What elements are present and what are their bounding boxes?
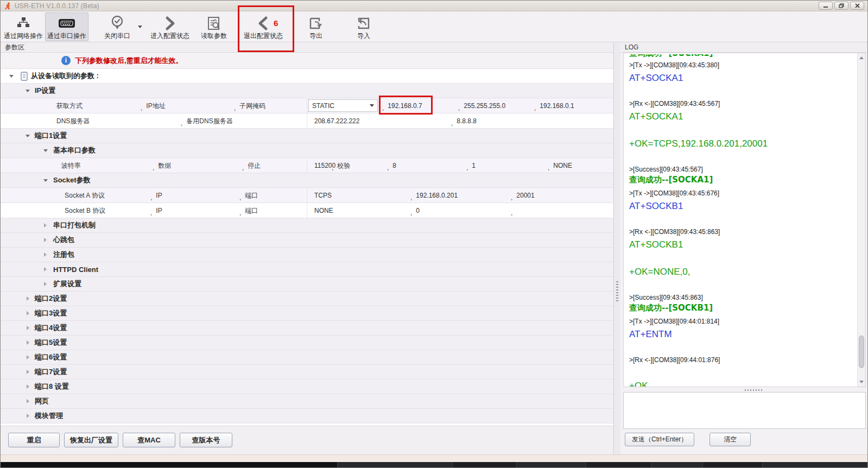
query-version-button[interactable]: 查版本号: [180, 433, 232, 447]
query-mac-button[interactable]: 查MAC: [123, 433, 175, 447]
group-row-port4[interactable]: 端口4设置: [1, 321, 613, 336]
group-row-port7[interactable]: 端口7设置: [1, 365, 613, 380]
parameter-panel-title: 参数区: [5, 43, 24, 52]
expand-arrow-icon[interactable]: [27, 370, 29, 374]
expand-arrow-icon[interactable]: [44, 282, 47, 286]
toolbar-button-exit-config[interactable]: 退出配置状态: [237, 12, 289, 41]
param-label: 获取方式: [56, 101, 83, 110]
stop-bits-field[interactable]: ,1: [466, 162, 476, 169]
subgroup-row-httpd[interactable]: HTTPD Client: [1, 262, 613, 277]
send-input[interactable]: [623, 392, 866, 429]
dns-field[interactable]: 208.67.222.222: [314, 117, 359, 125]
splitter-grip-icon: [616, 281, 618, 303]
subgroup-row-heartbeat[interactable]: 心跳包: [1, 233, 613, 248]
subnet-mask-field[interactable]: ,255.255.255.0: [458, 102, 505, 110]
expand-arrow-icon[interactable]: [44, 267, 47, 271]
group-label: 端口3设置: [35, 308, 67, 318]
subgroup-row-serial[interactable]: 基本串口参数: [1, 143, 613, 158]
toolbar-button-read-params[interactable]: 读取参数: [195, 12, 233, 41]
annotation-badge: 6: [274, 18, 278, 28]
baud-rate-field[interactable]: 115200: [314, 162, 335, 169]
group-row-port2[interactable]: 端口2设置: [1, 292, 613, 306]
backup-dns-field[interactable]: ,8.8.8.8: [451, 117, 477, 125]
group-row-port3[interactable]: 端口3设置: [1, 306, 613, 321]
log-scrollbar[interactable]: [857, 53, 865, 387]
toolbar-button-network-mode[interactable]: 通过网络操作: [2, 12, 45, 41]
group-row-port8[interactable]: 端口8 设置: [1, 380, 613, 394]
scrollbar-thumb[interactable]: [859, 336, 864, 368]
expand-arrow-icon[interactable]: [27, 340, 29, 345]
group-row-module-mgmt[interactable]: 模块管理: [1, 409, 613, 423]
restart-button[interactable]: 重启: [8, 433, 60, 447]
expand-arrow-icon[interactable]: [27, 311, 29, 315]
expand-arrow-icon[interactable]: [44, 238, 47, 242]
param-row-socket-b: Socket B 协议 ,IP ,端口 NONE ,0 ,: [1, 203, 613, 218]
separator: ,: [150, 194, 152, 201]
scroll-up-icon[interactable]: [859, 56, 864, 59]
group-label: 端口6设置: [35, 352, 67, 362]
collapse-arrow-icon[interactable]: [43, 179, 48, 182]
restore-button[interactable]: [834, 2, 848, 10]
tree-root-row[interactable]: 从设备读取到的参数 :: [1, 69, 613, 84]
collapse-arrow-icon[interactable]: [43, 149, 48, 152]
collapse-arrow-icon[interactable]: [26, 90, 30, 92]
ip-address-field[interactable]: ,192.168.0.7: [382, 102, 422, 110]
toolbar-button-import[interactable]: 导入: [345, 12, 383, 41]
subgroup-row-packing[interactable]: 串口打包机制: [1, 218, 613, 233]
collapse-arrow-icon[interactable]: [9, 75, 14, 78]
socket-b-protocol-field[interactable]: NONE: [314, 207, 333, 214]
toolbar-button-enter-config[interactable]: 进入配置状态: [148, 12, 192, 41]
expand-arrow-icon[interactable]: [27, 296, 29, 301]
separator: ,: [242, 163, 244, 171]
expand-arrow-icon[interactable]: [27, 384, 29, 389]
parameter-panel-header: 参数区: [1, 42, 613, 53]
acquire-mode-value: STATIC: [312, 102, 334, 110]
taskbar-segment: [1, 462, 337, 467]
group-row-ip[interactable]: IP设置: [1, 84, 613, 98]
socket-b-port-field[interactable]: ,: [511, 207, 516, 214]
socket-a-ip-field[interactable]: ,192.168.0.201: [410, 192, 458, 199]
parity-field[interactable]: ,NONE: [548, 162, 572, 169]
group-row-port6[interactable]: 端口6设置: [1, 350, 613, 365]
group-row-port1[interactable]: 端口1设置: [1, 129, 613, 143]
toolbar-button-export[interactable]: 导出: [297, 12, 335, 41]
horizontal-splitter[interactable]: [623, 388, 866, 392]
expand-arrow-icon[interactable]: [27, 326, 29, 330]
close-button[interactable]: [850, 2, 864, 10]
taskbar-segment: [337, 462, 452, 467]
scroll-down-icon[interactable]: [859, 381, 864, 383]
vertical-splitter[interactable]: [614, 42, 620, 454]
acquire-mode-dropdown[interactable]: STATIC: [308, 99, 378, 112]
expand-arrow-icon[interactable]: [44, 252, 47, 257]
param-label: 波特率: [61, 161, 81, 170]
socket-b-ip-field[interactable]: ,0: [410, 207, 420, 214]
gateway-field[interactable]: ,192.168.0.1: [534, 102, 574, 110]
data-bits-field[interactable]: ,8: [387, 162, 396, 169]
group-row-port5[interactable]: 端口5设置: [1, 336, 613, 350]
collapse-arrow-icon[interactable]: [26, 135, 30, 137]
log-line-success: 查询成功--[SOCKA1]: [629, 175, 852, 185]
group-row-webpage[interactable]: 网页: [1, 394, 613, 409]
send-button[interactable]: 发送（Ctrl+Enter）: [625, 433, 694, 446]
subgroup-row-socket[interactable]: Socket参数: [1, 173, 613, 188]
toolbar-button-serial-mode[interactable]: 通过串口操作: [45, 12, 88, 41]
expand-arrow-icon[interactable]: [27, 355, 29, 359]
close-serial-dropdown[interactable]: [136, 12, 144, 41]
expand-arrow-icon[interactable]: [44, 223, 47, 227]
subgroup-row-extended[interactable]: 扩展设置: [1, 277, 613, 292]
log-line-meta: >[Tx ->][COM38][09:43:45:676]: [629, 189, 852, 198]
minimize-button[interactable]: [819, 2, 833, 10]
exit-config-icon: [257, 15, 270, 31]
expand-arrow-icon[interactable]: [27, 399, 29, 403]
log-line-rx: +OK: [629, 381, 852, 387]
clear-button[interactable]: 清空: [709, 433, 751, 446]
log-output: 查询成功--[SOCKA1] >[Tx ->][COM38][09:43:45:…: [623, 53, 866, 387]
expand-arrow-icon[interactable]: [27, 414, 29, 418]
subgroup-row-register[interactable]: 注册包: [1, 248, 613, 262]
factory-reset-button[interactable]: 恢复出厂设置: [64, 433, 118, 447]
param-label: DNS服务器: [56, 116, 90, 125]
socket-a-port-field[interactable]: ,20001: [511, 192, 535, 199]
socket-a-protocol-field[interactable]: TCPS: [314, 192, 332, 199]
toolbar-button-close-serial[interactable]: 关闭串口: [98, 12, 136, 41]
notice-text: 下列参数修改后,需重启才能生效。: [75, 56, 183, 66]
